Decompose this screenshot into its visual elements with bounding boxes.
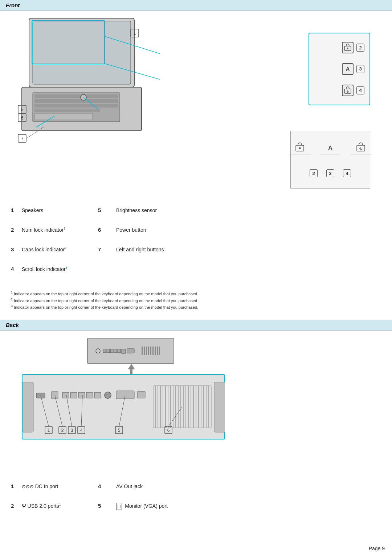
svg-rect-37 xyxy=(107,349,110,353)
svg-text:3: 3 xyxy=(71,428,73,433)
caps-lock-symbol: A xyxy=(342,63,354,75)
svg-rect-47 xyxy=(150,347,151,355)
svg-text:7: 7 xyxy=(21,136,23,141)
svg-rect-12 xyxy=(34,113,93,120)
footnote-1: 1 Indicator appears on the top or right … xyxy=(11,291,381,296)
item-label-4: Scroll lock indicator3 xyxy=(22,266,98,272)
item-label-3: Caps lock indicator2 xyxy=(22,246,98,252)
svg-rect-57 xyxy=(62,392,69,398)
svg-point-35 xyxy=(96,349,100,353)
svg-text:5: 5 xyxy=(21,107,23,112)
usb-icon: Ψ xyxy=(22,503,28,509)
label-3: 3 xyxy=(356,65,364,73)
svg-text:1: 1 xyxy=(133,31,136,36)
svg-rect-36 xyxy=(103,349,106,353)
front-item-4: 4 Scroll lock indicator3 xyxy=(11,266,381,279)
svg-rect-39 xyxy=(114,349,117,353)
svg-rect-38 xyxy=(110,349,113,353)
back-description-list: 1 ⊙⊙⊙ DC In port 4 AV Out jack 2 Ψ USB 2… xyxy=(0,476,392,526)
svg-point-26 xyxy=(347,48,348,49)
svg-rect-40 xyxy=(118,349,121,353)
item-num2-3: 7 xyxy=(98,246,116,252)
svg-rect-48 xyxy=(152,347,154,355)
svg-text:5: 5 xyxy=(118,428,121,433)
bottom-label-2: 2 xyxy=(310,169,318,177)
item-label-1: Speakers xyxy=(22,207,98,213)
bottom-label-3: 3 xyxy=(326,169,334,177)
front-item-2: 2 Num lock indicator1 6 Power button xyxy=(11,227,381,240)
svg-rect-50 xyxy=(157,347,158,355)
svg-rect-59 xyxy=(78,392,85,398)
footnote-3: 3 Indicator appears on the top or right … xyxy=(11,304,381,309)
svg-text:1: 1 xyxy=(48,428,50,433)
svg-rect-60 xyxy=(86,392,93,398)
svg-point-31 xyxy=(299,147,301,149)
svg-text:2: 2 xyxy=(61,428,64,433)
item-num-3: 3 xyxy=(11,246,22,252)
footnote-ref-3: 3 xyxy=(66,266,68,270)
svg-rect-11 xyxy=(34,109,100,112)
svg-rect-10 xyxy=(34,104,118,108)
back-section-header: Back xyxy=(0,320,392,331)
svg-rect-58 xyxy=(70,392,77,398)
svg-rect-88 xyxy=(214,382,225,432)
svg-text:6: 6 xyxy=(21,115,23,121)
svg-rect-49 xyxy=(155,347,156,355)
label-4: 4 xyxy=(356,86,364,94)
dc-icon: ⊙⊙⊙ xyxy=(22,484,35,489)
bottom-numbers-row: 2 3 4 xyxy=(310,169,351,177)
svg-rect-43 xyxy=(142,347,143,355)
back-item-label-2: Ψ USB 2.0 ports1 xyxy=(22,503,98,509)
svg-text:6: 6 xyxy=(167,428,170,433)
svg-rect-8 xyxy=(34,94,118,98)
item-num-1: 1 xyxy=(11,207,22,213)
footnotes: 1 Indicator appears on the top or right … xyxy=(0,289,392,317)
svg-rect-9 xyxy=(34,99,118,103)
num-lock-indicator-row: 2 xyxy=(314,42,364,53)
scroll-lock-symbol xyxy=(342,85,354,96)
svg-point-62 xyxy=(105,392,111,398)
item-label2-3: Left and right buttons xyxy=(116,247,164,252)
front-section-header: Front xyxy=(0,0,392,11)
front-item-1: 1 Speakers 5 Brightness sensor xyxy=(11,207,381,220)
back-item-num2-1: 4 xyxy=(98,483,116,489)
svg-text:A: A xyxy=(328,145,333,152)
svg-line-101 xyxy=(41,396,49,426)
back-item-label2-2: □ Monitor (VGA) port xyxy=(116,503,168,510)
front-title: Front xyxy=(6,2,20,8)
svg-rect-51 xyxy=(159,347,160,355)
item-num-2: 2 xyxy=(11,227,22,233)
caps-lock-indicator-row: A 3 xyxy=(314,63,364,75)
right-top-callout: 2 A 3 xyxy=(309,33,370,105)
svg-marker-52 xyxy=(128,364,135,369)
back-item-2: 2 Ψ USB 2.0 ports1 5 □ Monitor (VGA) por… xyxy=(11,503,381,516)
svg-line-102 xyxy=(55,395,62,426)
svg-rect-46 xyxy=(148,347,149,355)
svg-rect-44 xyxy=(144,347,145,355)
scroll-lock-indicator-row: 4 xyxy=(314,85,364,96)
item-label-2: Num lock indicator1 xyxy=(22,227,98,233)
back-item-label-1: ⊙⊙⊙ DC In port xyxy=(22,483,98,489)
svg-rect-54 xyxy=(23,382,33,432)
back-title: Back xyxy=(6,322,19,328)
svg-rect-41 xyxy=(121,349,126,353)
svg-line-105 xyxy=(119,395,125,426)
page-number: Page 9 xyxy=(369,546,385,551)
footnote-2: 2 Indicator appears on the top or right … xyxy=(11,297,381,303)
front-item-3: 3 Caps lock indicator2 7 Left and right … xyxy=(11,246,381,259)
item-label2-1: Brightness sensor xyxy=(116,207,157,213)
back-item-label2-1: AV Out jack xyxy=(116,483,143,489)
right-bottom-callout: A 2 3 4 xyxy=(290,131,370,189)
back-top-panel xyxy=(87,338,174,364)
svg-rect-64 xyxy=(137,392,145,398)
front-diagram: 1 5 xyxy=(0,11,392,200)
svg-rect-61 xyxy=(94,392,101,398)
svg-rect-1 xyxy=(33,21,131,84)
bottom-label-4: 4 xyxy=(343,169,351,177)
svg-line-103 xyxy=(66,395,72,426)
svg-line-104 xyxy=(81,395,82,426)
back-diagram: 1 2 3 4 5 6 xyxy=(0,331,392,476)
back-item-num2-2: 5 xyxy=(98,503,116,509)
back-footnote-ref-1: 1 xyxy=(59,503,61,506)
num-lock-symbol xyxy=(342,42,354,53)
